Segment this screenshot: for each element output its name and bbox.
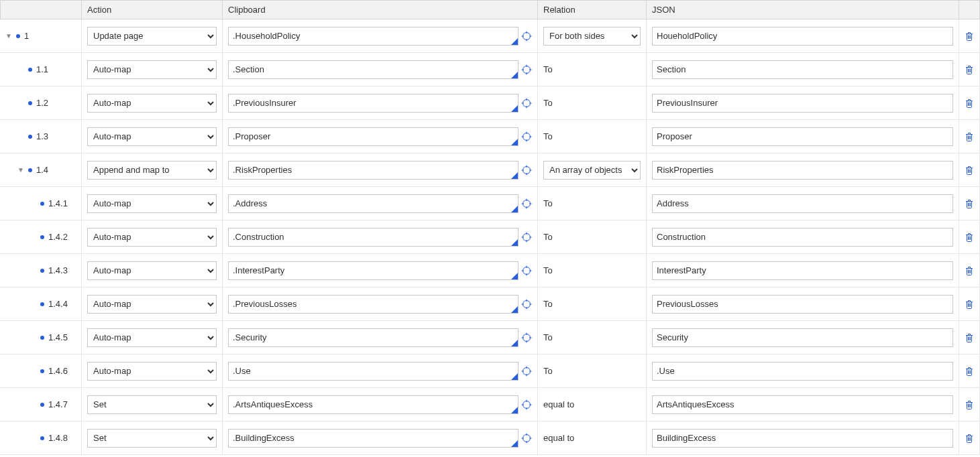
crosshair-icon[interactable] [521, 165, 532, 176]
trash-icon[interactable] [964, 232, 975, 243]
tree-cell: ▶1.3 [0, 120, 82, 153]
json-input[interactable] [652, 228, 953, 247]
crosshair-icon[interactable] [521, 232, 532, 243]
clipboard-input[interactable] [228, 395, 519, 414]
clipboard-input[interactable] [228, 228, 519, 247]
svg-point-96 [523, 434, 531, 442]
trash-icon[interactable] [964, 198, 975, 209]
trash-icon[interactable] [964, 433, 975, 444]
action-select[interactable]: Auto-map [87, 261, 217, 280]
crosshair-icon[interactable] [521, 265, 532, 276]
json-cell [647, 321, 959, 354]
delete-cell [959, 354, 980, 388]
crosshair-icon[interactable] [521, 131, 532, 142]
bullet-icon [28, 101, 32, 105]
trash-icon[interactable] [964, 299, 975, 310]
crosshair-icon[interactable] [521, 399, 532, 410]
clipboard-input[interactable] [228, 161, 519, 180]
json-input[interactable] [652, 94, 953, 113]
trash-icon[interactable] [964, 64, 975, 75]
bullet-icon [40, 202, 44, 206]
trash-icon[interactable] [964, 265, 975, 276]
action-select[interactable]: Auto-map [87, 194, 217, 213]
action-select[interactable]: Append and map to [87, 161, 217, 180]
clipboard-input[interactable] [228, 295, 519, 314]
crosshair-icon[interactable] [521, 198, 532, 209]
clipboard-input[interactable] [228, 94, 519, 113]
action-select[interactable]: Auto-map [87, 295, 217, 314]
json-input[interactable] [652, 395, 953, 414]
trash-icon[interactable] [964, 399, 975, 410]
clipboard-input[interactable] [228, 127, 519, 146]
action-select[interactable]: Auto-map [87, 362, 217, 381]
json-cell [647, 187, 959, 220]
json-input[interactable] [652, 362, 953, 381]
trash-icon[interactable] [964, 31, 975, 42]
row-number: 1.4.1 [48, 198, 68, 208]
action-select[interactable]: Update page [87, 27, 217, 46]
crosshair-icon[interactable] [521, 64, 532, 75]
delete-cell [959, 53, 980, 86]
relation-text: To [543, 98, 553, 108]
crosshair-icon[interactable] [521, 366, 532, 377]
relation-select[interactable]: For both sides [543, 27, 641, 46]
json-input[interactable] [652, 27, 953, 46]
clipboard-input[interactable] [228, 261, 519, 280]
relation-text: To [543, 198, 553, 208]
trash-icon[interactable] [964, 165, 975, 176]
action-select[interactable]: Set [87, 395, 217, 414]
json-input[interactable] [652, 328, 953, 347]
expand-toggle-icon[interactable]: ▼ [17, 167, 24, 174]
json-input[interactable] [652, 295, 953, 314]
trash-icon[interactable] [964, 332, 975, 343]
relation-text: To [543, 232, 553, 242]
tree-cell: ▼1 [0, 19, 82, 53]
relation-cell: An array of objects [538, 153, 647, 187]
expand-toggle-icon[interactable]: ▼ [5, 33, 12, 40]
action-select[interactable]: Auto-map [87, 127, 217, 146]
json-input[interactable] [652, 194, 953, 213]
action-cell: Append and map to [82, 153, 223, 187]
action-select[interactable]: Set [87, 429, 217, 448]
clipboard-cell [223, 421, 538, 455]
tree-cell: ▶1.4.2 [0, 220, 82, 254]
clipboard-input[interactable] [228, 429, 519, 448]
crosshair-icon[interactable] [521, 98, 532, 109]
action-select[interactable]: Auto-map [87, 60, 217, 79]
crosshair-icon[interactable] [521, 299, 532, 310]
crosshair-icon[interactable] [521, 31, 532, 42]
clipboard-cell [223, 53, 538, 86]
json-cell [647, 287, 959, 321]
action-select[interactable]: Auto-map [87, 228, 217, 247]
header-relation: Relation [538, 0, 647, 19]
json-input[interactable] [652, 161, 953, 180]
delete-cell [959, 321, 980, 354]
row-number: 1.4.6 [48, 366, 68, 376]
trash-icon[interactable] [964, 98, 975, 109]
relation-select[interactable]: An array of objects [543, 161, 641, 180]
action-select[interactable]: Auto-map [87, 328, 217, 347]
clipboard-cell [223, 120, 538, 153]
clipboard-cell [223, 321, 538, 354]
svg-point-80 [523, 367, 531, 375]
clipboard-input[interactable] [228, 27, 519, 46]
clipboard-input[interactable] [228, 362, 519, 381]
crosshair-icon[interactable] [521, 433, 532, 444]
crosshair-icon[interactable] [521, 332, 532, 343]
clipboard-input[interactable] [228, 194, 519, 213]
action-select[interactable]: Auto-map [87, 94, 217, 113]
clipboard-input[interactable] [228, 60, 519, 79]
clipboard-cell [223, 287, 538, 321]
trash-icon[interactable] [964, 366, 975, 377]
relation-text: To [543, 131, 553, 141]
clipboard-input[interactable] [228, 328, 519, 347]
json-input[interactable] [652, 261, 953, 280]
json-input[interactable] [652, 127, 953, 146]
json-input[interactable] [652, 60, 953, 79]
bullet-icon [16, 34, 20, 38]
mapping-grid: Action Clipboard Relation JSON ▼1Update … [0, 0, 980, 455]
trash-icon[interactable] [964, 131, 975, 142]
json-input[interactable] [652, 429, 953, 448]
json-cell [647, 254, 959, 287]
row-number: 1.4.2 [48, 232, 68, 242]
